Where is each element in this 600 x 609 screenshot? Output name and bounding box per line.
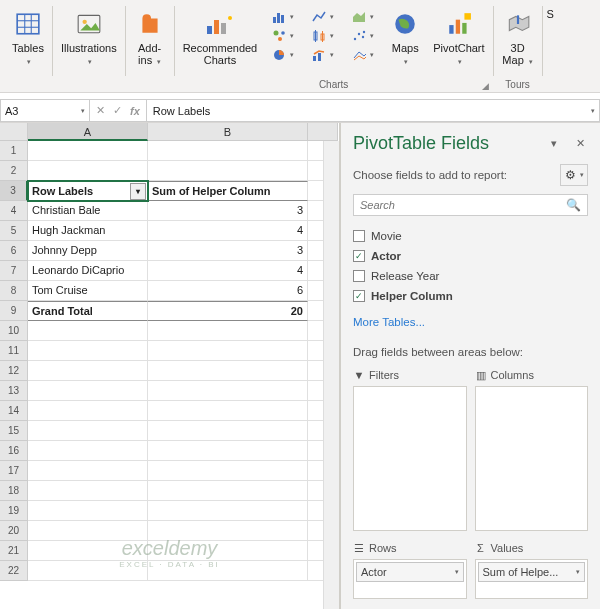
- row-header-18[interactable]: 18: [0, 481, 28, 501]
- cell-B1[interactable]: [148, 141, 308, 161]
- cell-B19[interactable]: [148, 501, 308, 521]
- charts-dialog-launcher-icon[interactable]: ◢: [482, 81, 489, 91]
- row-header-6[interactable]: 6: [0, 241, 28, 261]
- field-movie[interactable]: Movie: [353, 226, 588, 246]
- column-header-B[interactable]: B: [148, 123, 308, 141]
- row-header-16[interactable]: 16: [0, 441, 28, 461]
- field-actor[interactable]: ✓Actor: [353, 246, 588, 266]
- scatter-chart-button[interactable]: ▾: [345, 27, 381, 45]
- row-header-2[interactable]: 2: [0, 161, 28, 181]
- cell-B9[interactable]: 20: [148, 301, 308, 321]
- cell-A5[interactable]: Hugh Jackman: [28, 221, 148, 241]
- close-icon[interactable]: ✕: [572, 136, 588, 152]
- select-all-button[interactable]: [0, 123, 28, 141]
- addins-button[interactable]: Add- ins ▾: [130, 6, 170, 70]
- field-checkbox[interactable]: ✓: [353, 290, 365, 302]
- row-header-17[interactable]: 17: [0, 461, 28, 481]
- cell-B15[interactable]: [148, 421, 308, 441]
- column-chart-button[interactable]: ▾: [265, 8, 301, 26]
- worksheet-grid[interactable]: AB 12345678910111213141516171819202122 R…: [0, 123, 340, 609]
- field-checkbox[interactable]: [353, 270, 365, 282]
- cell-A13[interactable]: [28, 381, 148, 401]
- cell-A16[interactable]: [28, 441, 148, 461]
- cell-B5[interactable]: 4: [148, 221, 308, 241]
- recommended-charts-button[interactable]: Recommended Charts: [179, 6, 262, 68]
- cell-A2[interactable]: [28, 161, 148, 181]
- field-search[interactable]: 🔍: [353, 194, 588, 216]
- cell-A4[interactable]: Christian Bale: [28, 201, 148, 221]
- rows-area-item[interactable]: Actor▾: [356, 562, 464, 582]
- illustrations-button[interactable]: Illustrations▾: [57, 6, 121, 70]
- cell-A12[interactable]: [28, 361, 148, 381]
- vertical-scrollbar[interactable]: [323, 141, 339, 609]
- formula-input[interactable]: Row Labels ▾: [146, 99, 600, 122]
- cell-A21[interactable]: [28, 541, 148, 561]
- cell-B16[interactable]: [148, 441, 308, 461]
- pivotchart-button[interactable]: PivotChart▾: [429, 6, 488, 70]
- cell-A9[interactable]: Grand Total: [28, 301, 148, 321]
- row-header-22[interactable]: 22: [0, 561, 28, 581]
- cell-B20[interactable]: [148, 521, 308, 541]
- cell-A14[interactable]: [28, 401, 148, 421]
- cell-A15[interactable]: [28, 421, 148, 441]
- row-header-8[interactable]: 8: [0, 281, 28, 301]
- cell-A18[interactable]: [28, 481, 148, 501]
- cell-B4[interactable]: 3: [148, 201, 308, 221]
- cell-B7[interactable]: 4: [148, 261, 308, 281]
- combo-chart-button[interactable]: ▾: [305, 46, 341, 64]
- cell-B2[interactable]: [148, 161, 308, 181]
- line-chart-button[interactable]: ▾: [305, 8, 341, 26]
- more-tables-link[interactable]: More Tables...: [353, 316, 588, 328]
- cell-A7[interactable]: Leonardo DiCaprio: [28, 261, 148, 281]
- field-checkbox[interactable]: [353, 230, 365, 242]
- accept-formula-icon[interactable]: ✓: [113, 104, 122, 117]
- pie-chart-button[interactable]: ▾: [265, 46, 301, 64]
- cancel-formula-icon[interactable]: ✕: [96, 104, 105, 117]
- formula-expand-icon[interactable]: ▾: [591, 107, 595, 115]
- cell-A20[interactable]: [28, 521, 148, 541]
- fx-icon[interactable]: fx: [130, 105, 140, 117]
- row-header-15[interactable]: 15: [0, 421, 28, 441]
- row-header-3[interactable]: 3: [0, 181, 28, 201]
- row-header-13[interactable]: 13: [0, 381, 28, 401]
- cell-B18[interactable]: [148, 481, 308, 501]
- row-header-14[interactable]: 14: [0, 401, 28, 421]
- maps-button[interactable]: Maps▾: [385, 6, 425, 70]
- row-header-10[interactable]: 10: [0, 321, 28, 341]
- surface-chart-button[interactable]: ▾: [345, 46, 381, 64]
- cell-B10[interactable]: [148, 321, 308, 341]
- filters-area[interactable]: [353, 386, 467, 531]
- cell-A11[interactable]: [28, 341, 148, 361]
- row-header-12[interactable]: 12: [0, 361, 28, 381]
- chevron-down-icon[interactable]: ▾: [81, 107, 85, 115]
- statistic-chart-button[interactable]: ▾: [305, 27, 341, 45]
- field-helper-column[interactable]: ✓Helper Column: [353, 286, 588, 306]
- field-layout-button[interactable]: ⚙▾: [560, 164, 588, 186]
- 3d-map-button[interactable]: 3D Map ▾: [498, 6, 538, 70]
- rowlabels-filter-button[interactable]: ▾: [130, 183, 146, 200]
- row-header-4[interactable]: 4: [0, 201, 28, 221]
- tables-button[interactable]: Tables▾: [8, 6, 48, 70]
- cell-B21[interactable]: [148, 541, 308, 561]
- cell-A3[interactable]: Row Labels▾: [28, 181, 148, 201]
- name-box[interactable]: A3 ▾: [0, 99, 90, 122]
- cell-B13[interactable]: [148, 381, 308, 401]
- search-input[interactable]: [360, 199, 566, 211]
- cell-A10[interactable]: [28, 321, 148, 341]
- cell-A17[interactable]: [28, 461, 148, 481]
- cell-B22[interactable]: [148, 561, 308, 581]
- columns-area[interactable]: [475, 386, 589, 531]
- cell-A22[interactable]: [28, 561, 148, 581]
- field-checkbox[interactable]: ✓: [353, 250, 365, 262]
- cell-B14[interactable]: [148, 401, 308, 421]
- row-header-19[interactable]: 19: [0, 501, 28, 521]
- values-area[interactable]: Sum of Helpe...▾: [475, 559, 589, 599]
- cell-A6[interactable]: Johnny Depp: [28, 241, 148, 261]
- row-header-20[interactable]: 20: [0, 521, 28, 541]
- field-release-year[interactable]: Release Year: [353, 266, 588, 286]
- row-header-7[interactable]: 7: [0, 261, 28, 281]
- cell-B3[interactable]: Sum of Helper Column: [148, 181, 308, 201]
- cell-A19[interactable]: [28, 501, 148, 521]
- cell-A1[interactable]: [28, 141, 148, 161]
- cell-B11[interactable]: [148, 341, 308, 361]
